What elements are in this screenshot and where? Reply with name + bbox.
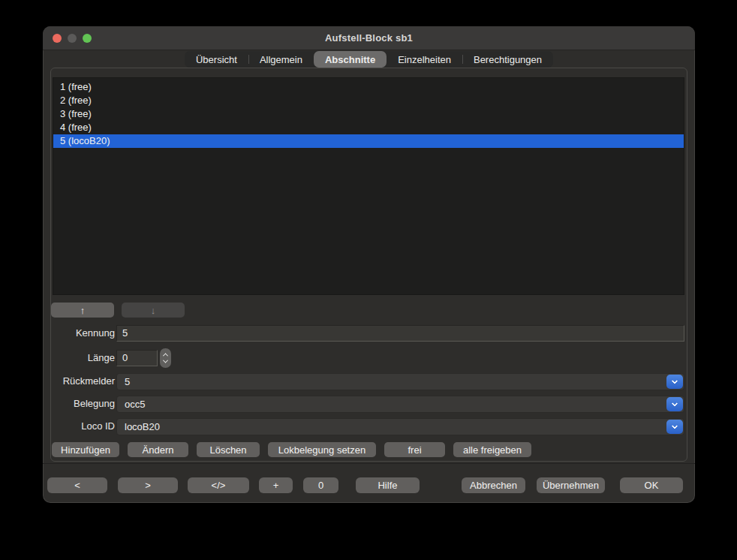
action-button-row: Hinzufügen Ändern Löschen Lokbelegung se… xyxy=(52,442,531,457)
chevron-down-icon xyxy=(672,378,678,384)
free-button[interactable]: frei xyxy=(384,442,445,457)
laenge-input[interactable]: 0 xyxy=(116,350,158,366)
laenge-label: Länge xyxy=(50,350,115,366)
chevron-down-icon xyxy=(672,400,678,406)
tab-allgemein[interactable]: Allgemein xyxy=(248,51,314,68)
apply-button[interactable]: Übernehmen xyxy=(537,477,605,493)
arrow-down-icon: ↓ xyxy=(151,305,156,316)
prev-button[interactable]: < xyxy=(47,477,107,493)
tab-label: Abschnitte xyxy=(325,54,375,65)
arrow-up-icon: ↑ xyxy=(80,305,86,316)
belegung-value: occ5 xyxy=(125,399,145,410)
laenge-stepper[interactable] xyxy=(160,348,171,368)
tab-row: Übersicht Allgemein Abschnitte Einzelhei… xyxy=(43,51,695,68)
tab-bar: Übersicht Allgemein Abschnitte Einzelhei… xyxy=(185,51,553,68)
tab-separator xyxy=(248,55,249,64)
ok-button[interactable]: OK xyxy=(620,477,683,493)
help-button[interactable]: Hilfe xyxy=(356,477,420,493)
cancel-button[interactable]: Abbrechen xyxy=(462,477,525,493)
kennung-input[interactable]: 5 xyxy=(116,325,684,342)
tab-label: Allgemein xyxy=(260,54,302,65)
tab-separator xyxy=(462,55,463,64)
set-loco-occupancy-button[interactable]: Lokbelegung setzen xyxy=(268,442,376,457)
next-button[interactable]: > xyxy=(118,477,178,493)
list-item-selected[interactable]: 5 (locoB20) xyxy=(53,134,684,148)
rueckmelder-combo[interactable]: 5 xyxy=(116,373,684,390)
tab-uebersicht[interactable]: Übersicht xyxy=(185,51,248,68)
close-button[interactable] xyxy=(53,34,62,43)
belegung-combo[interactable]: occ5 xyxy=(116,396,684,413)
belegung-label: Belegung xyxy=(50,396,115,412)
footer-divider xyxy=(43,463,695,464)
tab-einzelheiten[interactable]: Einzelheiten xyxy=(387,51,462,68)
chevron-down-icon xyxy=(672,423,678,429)
stepper-down-icon xyxy=(163,358,168,363)
kennung-label: Kennung xyxy=(50,325,115,342)
rueckmelder-dropdown-button[interactable] xyxy=(666,375,683,389)
move-up-button[interactable]: ↑ xyxy=(51,303,114,318)
xml-button[interactable]: </> xyxy=(188,477,249,493)
change-button[interactable]: Ändern xyxy=(128,442,188,457)
rueckmelder-label: Rückmelder xyxy=(50,373,115,390)
move-down-button[interactable]: ↓ xyxy=(122,303,185,318)
free-all-button[interactable]: alle freigeben xyxy=(453,442,531,457)
window-title: Aufstell-Block sb1 xyxy=(325,32,413,44)
dialog-window: Aufstell-Block sb1 Übersicht Allgemein A… xyxy=(43,26,695,503)
belegung-dropdown-button[interactable] xyxy=(666,397,683,411)
loco-id-value: locoB20 xyxy=(125,421,160,432)
list-item[interactable]: 1 (free) xyxy=(53,80,684,94)
traffic-lights xyxy=(53,26,92,50)
loco-id-dropdown-button[interactable] xyxy=(666,420,683,434)
tab-label: Einzelheiten xyxy=(398,54,451,65)
list-item[interactable]: 3 (free) xyxy=(53,107,684,121)
titlebar[interactable]: Aufstell-Block sb1 xyxy=(43,26,695,50)
sections-list[interactable]: 1 (free) 2 (free) 3 (free) 4 (free) 5 (l… xyxy=(53,77,684,295)
tab-label: Übersicht xyxy=(196,54,237,65)
add-button[interactable]: Hinzufügen xyxy=(52,442,119,457)
loco-id-label: Loco ID xyxy=(50,418,115,435)
delete-button[interactable]: Löschen xyxy=(197,442,260,457)
rueckmelder-value: 5 xyxy=(125,376,130,387)
tab-berechtigungen[interactable]: Berechtigungen xyxy=(462,51,553,68)
list-item[interactable]: 4 (free) xyxy=(53,121,684,134)
list-item[interactable]: 2 (free) xyxy=(53,94,684,107)
zero-button[interactable]: 0 xyxy=(303,477,338,493)
loco-id-combo[interactable]: locoB20 xyxy=(116,418,684,435)
minimize-button[interactable] xyxy=(68,34,77,43)
tab-label: Berechtigungen xyxy=(474,54,542,65)
tab-abschnitte[interactable]: Abschnitte xyxy=(314,51,387,68)
plus-button[interactable]: + xyxy=(259,477,293,493)
zoom-button[interactable] xyxy=(83,34,92,43)
